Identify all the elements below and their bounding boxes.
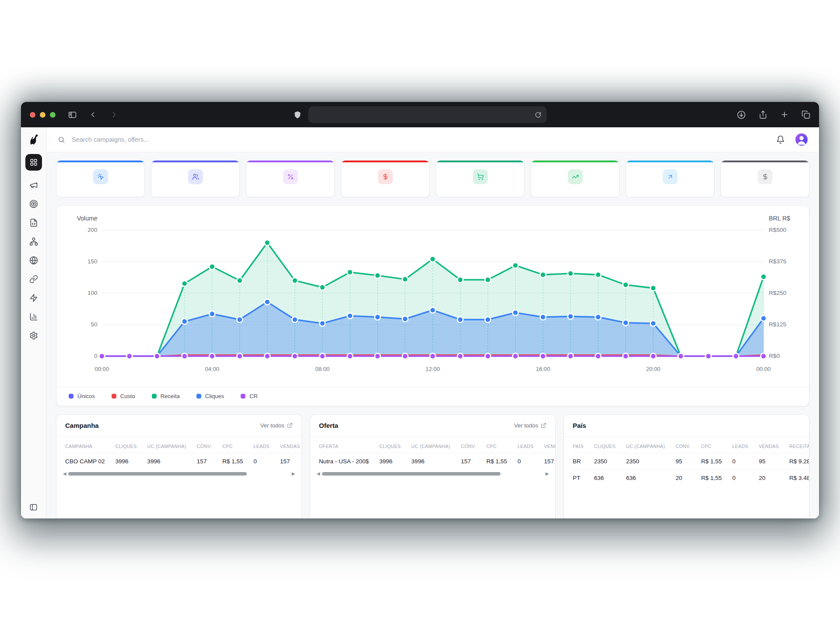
table-cell: R$ 9.288,09 bbox=[789, 453, 809, 470]
column-header: UC (CAMPANHA) bbox=[411, 437, 461, 453]
scrollbar-thumb[interactable] bbox=[322, 472, 500, 476]
column-header: CLIQUES bbox=[116, 437, 147, 453]
sidebar-item-campaigns[interactable] bbox=[29, 181, 38, 189]
svg-text:BRL R$: BRL R$ bbox=[769, 215, 790, 222]
svg-text:12:00: 12:00 bbox=[426, 366, 440, 372]
legend-item-0[interactable]: Únicos bbox=[69, 393, 95, 399]
scrollbar-thumb[interactable] bbox=[68, 472, 247, 476]
legend-color-dot bbox=[112, 394, 116, 399]
column-header: CLIQUES bbox=[594, 437, 626, 453]
svg-text:16:00: 16:00 bbox=[536, 366, 550, 372]
scroll-left-arrow[interactable]: ◀ bbox=[62, 472, 67, 476]
svg-text:150: 150 bbox=[88, 259, 98, 265]
column-header: OFERTA bbox=[319, 437, 379, 453]
sidebar-item-dashboard[interactable] bbox=[25, 154, 42, 171]
sidebar-nav bbox=[25, 154, 42, 340]
scroll-right-arrow[interactable]: ▶ bbox=[290, 472, 296, 476]
svg-text:04:00: 04:00 bbox=[205, 366, 219, 372]
legend-item-4[interactable]: CR bbox=[241, 393, 258, 399]
table-row: Nutra - USA - 200$39963996157R$ 1,550157 bbox=[319, 453, 555, 470]
sidebar-item-offers[interactable] bbox=[29, 200, 38, 208]
data-table-pais: PAÍSCLIQUESUC (CAMPANHA)CONV.CPCLEADSVEN… bbox=[573, 437, 809, 486]
share-icon[interactable] bbox=[759, 110, 767, 119]
megaphone-icon bbox=[29, 181, 38, 189]
url-bar[interactable] bbox=[308, 106, 547, 123]
column-header: VENDAS bbox=[759, 437, 789, 453]
scrollbar-track[interactable] bbox=[67, 472, 290, 476]
kpi-card-custo[interactable] bbox=[341, 160, 430, 197]
legend-item-1[interactable]: Custo bbox=[112, 393, 135, 399]
reload-icon[interactable] bbox=[535, 112, 542, 118]
downloads-icon[interactable] bbox=[737, 110, 746, 119]
kpi-card-cliques[interactable] bbox=[56, 160, 145, 197]
kpi-card-receita[interactable] bbox=[436, 160, 525, 197]
horizontal-scrollbar-campanha[interactable]: ◀ ▶ bbox=[62, 471, 296, 477]
sidebar-item-domains[interactable] bbox=[29, 256, 38, 265]
legend-item-3[interactable]: Cliques bbox=[196, 393, 224, 399]
bar-chart-icon bbox=[29, 312, 38, 321]
kpi-accent-bar bbox=[626, 161, 714, 162]
globe-icon bbox=[29, 256, 38, 265]
kpi-card-epc[interactable] bbox=[721, 160, 809, 197]
chart-legend: Únicos Custo Receita Cliques CR bbox=[56, 387, 809, 406]
scroll-left-arrow[interactable]: ◀ bbox=[315, 472, 321, 476]
sidebar-item-automation[interactable] bbox=[29, 294, 38, 302]
table-clip-campanha: CAMPANHACLIQUESUC (CAMPANHA)CONV.CPCLEAD… bbox=[56, 437, 301, 469]
minimize-button[interactable] bbox=[40, 112, 46, 118]
notifications-bell-icon[interactable] bbox=[776, 135, 785, 144]
sidebar-item-reports[interactable] bbox=[29, 312, 38, 321]
sidebar-item-flows[interactable] bbox=[29, 237, 38, 246]
app-topbar bbox=[46, 127, 819, 152]
back-icon[interactable] bbox=[89, 110, 98, 119]
legend-color-dot bbox=[69, 394, 74, 399]
scroll-right-arrow[interactable]: ▶ bbox=[544, 472, 550, 476]
ver-todos-link-oferta[interactable]: Ver todos bbox=[514, 422, 546, 429]
sidebar-collapse-button[interactable] bbox=[29, 503, 38, 511]
sidebar-item-landers[interactable] bbox=[29, 218, 38, 227]
data-table-campanha: CAMPANHACLIQUESUC (CAMPANHA)CONV.CPCLEAD… bbox=[65, 437, 301, 469]
sidebar-item-links[interactable] bbox=[29, 275, 38, 284]
tabs-icon[interactable] bbox=[802, 110, 810, 119]
search-input[interactable] bbox=[71, 136, 770, 144]
table-title: Campanha bbox=[65, 422, 99, 429]
column-header: LEADS bbox=[732, 437, 759, 453]
browser-titlebar bbox=[21, 102, 819, 127]
ver-todos-link-campanha[interactable]: Ver todos bbox=[260, 422, 293, 429]
mouse-click-icon bbox=[93, 169, 108, 184]
user-avatar[interactable] bbox=[795, 133, 808, 146]
table-cell: Nutra - USA - 200$ bbox=[319, 453, 379, 470]
kpi-card-lucro[interactable] bbox=[531, 160, 620, 197]
zoom-button[interactable] bbox=[50, 112, 56, 118]
svg-text:00:00: 00:00 bbox=[94, 366, 109, 372]
svg-text:100: 100 bbox=[88, 290, 98, 297]
table-row: CBO CAMP 0239963996157R$ 1,550157R bbox=[65, 453, 301, 470]
column-header: UC (CAMPANHA) bbox=[626, 437, 676, 453]
column-header: RECEITA (CO bbox=[789, 437, 809, 453]
table-cell: R$ 1,55 bbox=[486, 453, 518, 470]
kpi-card-unicos[interactable] bbox=[151, 160, 240, 197]
app-main: 0R$050R$125100R$250150R$375200R$500Volum… bbox=[46, 127, 819, 518]
app-body: 0R$050R$125100R$250150R$375200R$500Volum… bbox=[21, 127, 819, 518]
dollar-icon bbox=[378, 169, 393, 184]
table-cell: 0 bbox=[518, 453, 544, 470]
users-icon bbox=[188, 169, 203, 184]
svg-text:R$0: R$0 bbox=[769, 353, 780, 360]
new-tab-icon[interactable] bbox=[780, 110, 789, 119]
sidebar-item-settings[interactable] bbox=[29, 331, 38, 340]
horizontal-scrollbar-oferta[interactable]: ◀ ▶ bbox=[315, 471, 550, 477]
table-card-pais: País PAÍSCLIQUESUC (CAMPANHA)CONV.CPCLEA… bbox=[564, 414, 809, 518]
table-cell: 3996 bbox=[411, 453, 461, 470]
sidebar-toggle-icon[interactable] bbox=[68, 110, 77, 119]
svg-text:20:00: 20:00 bbox=[646, 366, 661, 372]
legend-label: Cliques bbox=[205, 393, 224, 399]
legend-color-dot bbox=[196, 394, 201, 399]
column-header: VENDAS bbox=[544, 437, 555, 453]
close-button[interactable] bbox=[30, 112, 35, 118]
dollar-icon bbox=[758, 169, 773, 184]
legend-item-2[interactable]: Receita bbox=[152, 393, 180, 399]
legend-color-dot bbox=[241, 394, 245, 399]
scrollbar-track[interactable] bbox=[321, 472, 544, 476]
forward-icon[interactable] bbox=[109, 110, 118, 119]
kpi-card-cr[interactable] bbox=[246, 160, 335, 197]
kpi-card-roi[interactable] bbox=[626, 160, 714, 197]
